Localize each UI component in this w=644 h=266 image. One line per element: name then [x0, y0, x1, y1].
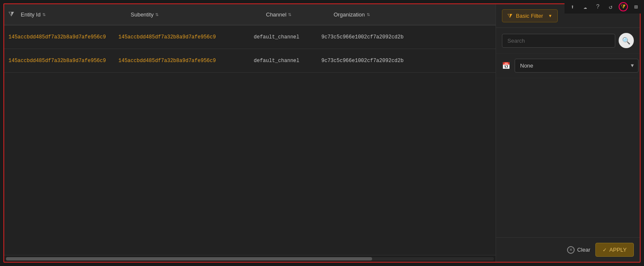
horizontal-scrollbar[interactable]: [4, 255, 496, 262]
cell-entity-id-2[interactable]: 145accbdd485df7a32b8a9d7afe956c9: [8, 58, 106, 64]
apply-label: APPLY: [609, 247, 627, 253]
apply-check-icon: ✓: [603, 247, 607, 253]
table-row[interactable]: 145accbdd485df7a32b8a9d7afe956c9 145accb…: [4, 25, 496, 49]
filter-icon[interactable]: ⧩: [619, 2, 628, 11]
table-header: ⧩ Entity Id ⇅ Subentity ⇅ Channel ⇅ Orga…: [4, 4, 496, 25]
table-filter-icon[interactable]: ⧩: [8, 11, 14, 19]
sort-icon-entity: ⇅: [42, 12, 46, 17]
cell-entity-id-1[interactable]: 145accbdd485df7a32b8a9d7afe956c9: [8, 34, 106, 40]
sort-icon-channel: ⇅: [288, 12, 291, 17]
cell-channel-2: default_channel: [254, 58, 299, 64]
cell-org-2: 9c73c5c966e1002cf7a2092cd2b: [321, 58, 403, 64]
scroll-thumb[interactable]: [6, 257, 372, 261]
col-header-subentity[interactable]: Subentity ⇅: [131, 11, 266, 18]
help-icon[interactable]: ?: [593, 2, 603, 11]
clear-icon: ✕: [567, 246, 575, 254]
refresh-icon[interactable]: ↺: [606, 2, 615, 11]
cell-subentity-2[interactable]: 145accbdd485df7a32b8a9d7afe956c9: [118, 58, 216, 64]
search-input[interactable]: [502, 34, 615, 48]
export-icon[interactable]: ⬆: [568, 2, 577, 11]
search-button[interactable]: 🔍: [619, 33, 634, 48]
search-row: 🔍: [496, 28, 640, 54]
cell-org-1: 9c73c5c966e1002cf7a2092cd2b: [321, 34, 403, 40]
main-container: ⧩ Entity Id ⇅ Subentity ⇅ Channel ⇅ Orga…: [3, 3, 641, 263]
sort-icon-organization: ⇅: [367, 12, 370, 17]
filter-funnel-icon: ⧩: [507, 12, 512, 19]
filter-chevron-icon: ▼: [548, 14, 552, 18]
col-header-channel[interactable]: Channel ⇅: [266, 11, 334, 18]
calendar-icon: 📅: [502, 62, 510, 70]
clear-button[interactable]: ✕ Clear: [567, 246, 590, 254]
cell-subentity-1[interactable]: 145accbdd485df7a32b8a9d7afe956c9: [118, 34, 216, 40]
filter-title-label: Basic Filter: [516, 13, 543, 19]
table-body: 145accbdd485df7a32b8a9d7afe956c9 145accb…: [4, 25, 496, 255]
filter-spacer: [496, 78, 640, 237]
scroll-track: [6, 257, 494, 261]
table-row[interactable]: 145accbdd485df7a32b8a9d7afe956c9 145accb…: [4, 49, 496, 73]
filter-footer: ✕ Clear ✓ APPLY: [496, 237, 640, 262]
table-area: ⧩ Entity Id ⇅ Subentity ⇅ Channel ⇅ Orga…: [4, 4, 496, 262]
cloud-icon[interactable]: ☁: [581, 2, 590, 11]
col-header-entity-id[interactable]: Entity Id ⇅: [21, 11, 131, 18]
clear-label: Clear: [577, 247, 590, 253]
col-header-organization[interactable]: Organization ⇅: [334, 11, 491, 18]
layout-icon[interactable]: ⊞: [631, 2, 641, 11]
filter-panel: ⧩ Basic Filter ▼ 🔍 📅 None Today Yesterda…: [496, 4, 640, 262]
search-icon: 🔍: [622, 37, 630, 45]
sort-icon-subentity: ⇅: [155, 12, 159, 17]
date-filter-row: 📅 None Today Yesterday Last 7 days Last …: [496, 54, 640, 78]
apply-button[interactable]: ✓ APPLY: [595, 243, 634, 257]
date-select[interactable]: None Today Yesterday Last 7 days Last 30…: [515, 59, 639, 73]
basic-filter-button[interactable]: ⧩ Basic Filter ▼: [502, 9, 558, 22]
top-toolbar: ⬆ ☁ ? ↺ ⧩ ⊞: [565, 0, 644, 14]
cell-channel-1: default_channel: [254, 34, 299, 40]
